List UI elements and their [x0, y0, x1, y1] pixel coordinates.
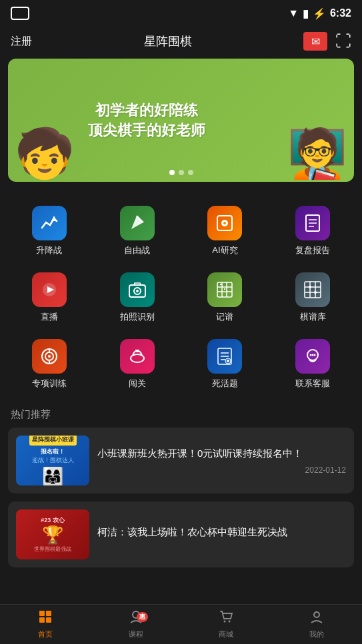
live-icon — [32, 272, 67, 307]
grid-item-free[interactable]: 自由战 — [93, 198, 181, 264]
svg-point-5 — [223, 222, 226, 224]
svg-point-44 — [310, 354, 312, 356]
status-bar: ▼ ▮ ⚡ 6:32 — [0, 0, 362, 27]
battery-icon: ⚡ — [313, 7, 326, 20]
svg-rect-22 — [305, 282, 321, 298]
news-title-1: 小班课新班火热开课！0元试听课持续报名中！ — [97, 446, 346, 460]
svg-point-42 — [227, 360, 229, 362]
status-right: ▼ ▮ ⚡ 6:32 — [288, 7, 351, 20]
record-label: 记谱 — [216, 311, 233, 323]
photo-label: 拍照识别 — [120, 311, 155, 323]
bottom-nav: 首页 惠 课程 商城 — [0, 604, 362, 644]
nav-course-label: 课程 — [129, 629, 143, 639]
nav-home[interactable]: 首页 — [0, 605, 91, 644]
signal-icon: ▮ — [303, 7, 309, 20]
news-date-1: 2022-01-12 — [97, 466, 346, 475]
feature-grid: 升降战 自由战 AI研究 — [0, 192, 362, 403]
news-thumb-1: 星阵围棋小班课 报名啦！ 迎战！围棋达人 👨‍👩‍👧 — [16, 436, 89, 485]
svg-rect-48 — [46, 611, 51, 616]
banner-text: 初学者的好陪练 顶尖棋手的好老师 — [88, 101, 205, 141]
grid-item-pass[interactable]: 闯关 — [93, 331, 181, 398]
svg-rect-47 — [39, 611, 45, 616]
banner-kid-illustration: 🧒 — [15, 125, 75, 182]
section-title: 热门推荐 — [0, 403, 362, 428]
message-icon[interactable]: ✉ — [303, 32, 327, 51]
news-content-2: 柯洁：该我上场啦！农心杯中韩迎生死决战 — [97, 525, 346, 544]
train-icon — [32, 339, 67, 374]
nav-mine-label: 我的 — [309, 629, 324, 639]
register-button[interactable]: 注册 — [11, 35, 32, 49]
review-label: 复盘报告 — [295, 244, 330, 256]
upgrade-label: 升降战 — [36, 244, 62, 256]
status-time: 6:32 — [330, 7, 351, 19]
thumb2-inner: #23 农心 🏆 世界围棋最强战 — [16, 509, 89, 559]
grid-item-live[interactable]: 直播 — [5, 264, 93, 331]
free-icon — [120, 206, 155, 240]
square-icon — [11, 7, 29, 20]
qr-icon[interactable]: ⛶ — [335, 32, 351, 51]
kifu-label: 棋谱库 — [300, 311, 326, 323]
home-icon — [38, 609, 53, 628]
svg-point-54 — [314, 612, 319, 617]
banner-line1: 初学者的好陪练 — [88, 101, 205, 121]
nav-mine[interactable]: 我的 — [271, 605, 362, 644]
live-label: 直播 — [41, 311, 58, 323]
photo-icon — [120, 272, 155, 307]
svg-point-52 — [224, 621, 226, 623]
svg-point-46 — [314, 354, 316, 356]
svg-point-27 — [309, 286, 311, 288]
nav-shop[interactable]: 商城 — [181, 605, 272, 644]
thumb1-people: 👨‍👩‍👧 — [42, 466, 63, 485]
svg-marker-0 — [51, 216, 57, 221]
news-thumb-2: #23 农心 🏆 世界围棋最强战 — [16, 509, 89, 559]
news-card-2[interactable]: #23 农心 🏆 世界围棋最强战 柯洁：该我上场啦！农心杯中韩迎生死决战 — [8, 501, 354, 567]
record-icon — [207, 272, 242, 307]
thumb1-desc: 迎战！围棋达人 — [32, 456, 74, 465]
top-bar: 注册 星阵围棋 ✉ ⛶ — [0, 27, 362, 59]
news-title-2: 柯洁：该我上场啦！农心杯中韩迎生死决战 — [97, 525, 346, 539]
grid-item-kifu[interactable]: 棋谱库 — [269, 264, 357, 331]
news-card-1[interactable]: 星阵围棋小班课 报名啦！ 迎战！围棋达人 👨‍👩‍👧 小班课新班火热开课！0元试… — [8, 428, 354, 493]
svg-point-53 — [229, 621, 231, 623]
nav-course[interactable]: 惠 课程 — [91, 605, 181, 644]
thumb1-subtitle: 报名啦！ — [41, 448, 65, 456]
dead-icon — [207, 339, 242, 374]
mine-icon — [309, 609, 324, 628]
status-left — [11, 7, 29, 20]
grid-item-record[interactable]: 记谱 — [181, 264, 269, 331]
review-icon — [295, 206, 330, 240]
kifu-icon — [295, 272, 330, 307]
pass-icon — [120, 339, 155, 374]
banner-line2: 顶尖棋手的好老师 — [88, 121, 205, 141]
free-label: 自由战 — [124, 244, 150, 256]
dot-2 — [179, 170, 184, 175]
dot-1 — [169, 170, 175, 175]
service-icon — [295, 339, 330, 374]
thumb2-badge: #23 农心 — [41, 516, 65, 525]
svg-point-14 — [136, 290, 139, 292]
thumb2-sub: 世界围棋最强战 — [34, 545, 71, 553]
dead-label: 死活题 — [212, 378, 238, 390]
app-title: 星阵围棋 — [144, 33, 192, 49]
ai-label: AI研究 — [212, 244, 237, 256]
banner[interactable]: 🧒 初学者的好陪练 顶尖棋手的好老师 🧑‍🏫 — [8, 59, 354, 182]
banner-teacher-illustration: 🧑‍🏫 — [287, 125, 347, 182]
svg-point-28 — [314, 291, 317, 294]
grid-item-ai[interactable]: AI研究 — [181, 198, 269, 264]
grid-item-train[interactable]: 专项训练 — [5, 331, 93, 398]
pass-label: 闯关 — [129, 378, 146, 390]
news-content-1: 小班课新班火热开课！0元试听课持续报名中！ 2022-01-12 — [97, 446, 346, 475]
svg-marker-1 — [131, 216, 143, 229]
nav-home-label: 首页 — [38, 629, 53, 639]
svg-rect-50 — [46, 617, 51, 623]
shop-icon — [219, 609, 233, 628]
svg-point-31 — [48, 355, 51, 358]
grid-item-dead[interactable]: 死活题 — [181, 331, 269, 398]
grid-item-photo[interactable]: 拍照识别 — [93, 264, 181, 331]
ai-icon — [207, 206, 242, 240]
grid-item-service[interactable]: 联系客服 — [269, 331, 357, 398]
grid-item-upgrade[interactable]: 升降战 — [5, 198, 93, 264]
grid-item-review[interactable]: 复盘报告 — [269, 198, 357, 264]
svg-point-45 — [312, 354, 314, 356]
svg-rect-49 — [39, 617, 45, 623]
